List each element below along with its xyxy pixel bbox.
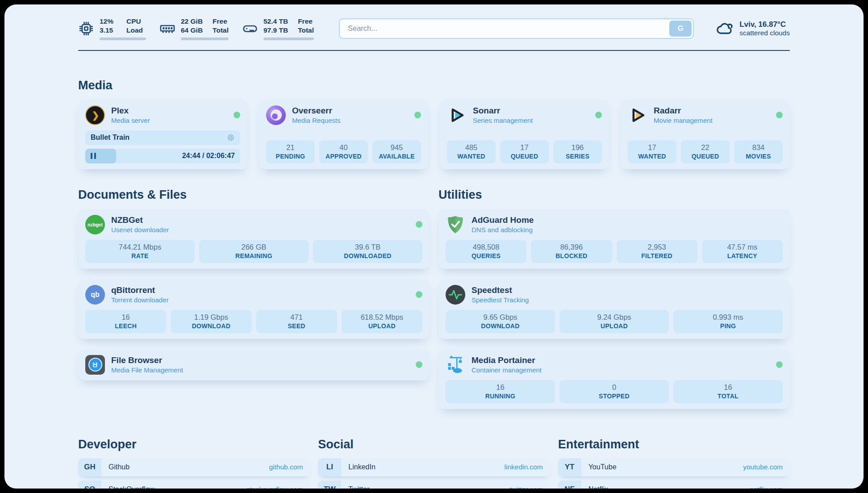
status-dot bbox=[595, 112, 602, 118]
stat-box: 945AVAILABLE bbox=[372, 140, 421, 163]
playback-time: 24:44 / 02:06:47 bbox=[182, 149, 235, 163]
stat-label: QUERIES bbox=[447, 252, 525, 259]
plex-icon: ❯ bbox=[85, 105, 105, 125]
memory-free-label: Free bbox=[213, 17, 229, 25]
stat-label: SEED bbox=[258, 322, 335, 330]
bookmark-group-developer: Developer GH Github github.com SO StackO… bbox=[78, 438, 310, 489]
adguard-icon bbox=[446, 215, 465, 234]
bookmark-name: Twitter bbox=[348, 485, 369, 489]
stat-box: 16LEECH bbox=[85, 310, 166, 333]
stat-value: 498,508 bbox=[447, 243, 525, 251]
service-card-qbittorrent[interactable]: qb qBittorrent Torrent downloader 16LEEC… bbox=[78, 279, 430, 339]
disk-free-label: Free bbox=[298, 17, 314, 25]
section-heading-entertainment: Entertainment bbox=[558, 438, 790, 451]
weather-widget: Lviv, 16.87°C scattered clouds bbox=[715, 19, 790, 38]
stat-box: 17QUEUED bbox=[500, 140, 549, 163]
stat-label: RUNNING bbox=[447, 393, 553, 400]
bookmark-url: stackoverflow.com bbox=[246, 485, 303, 489]
search-provider-button[interactable]: G bbox=[669, 21, 692, 37]
stat-box: 9.24 GbpsUPLOAD bbox=[559, 310, 669, 333]
stat-box: 0.993 msPING bbox=[673, 310, 783, 333]
service-card-adguard[interactable]: AdGuard Home DNS and adblocking 498,508Q… bbox=[438, 209, 790, 269]
stat-box: 1.19 GbpsDOWNLOAD bbox=[171, 310, 251, 333]
bookmark-group-entertainment: Entertainment YT YouTube youtube.com NF … bbox=[558, 438, 790, 489]
speedtest-icon bbox=[446, 285, 465, 305]
stat-label: FILTERED bbox=[618, 252, 696, 259]
stat-value: 16 bbox=[447, 383, 553, 392]
stat-box: 16TOTAL bbox=[673, 380, 783, 403]
bookmark-name: Netflix bbox=[588, 485, 608, 489]
service-card-portainer[interactable]: Media Portainer Container management 16R… bbox=[438, 349, 790, 409]
stat-value: 266 GB bbox=[201, 243, 307, 251]
bookmark-abbr: SO bbox=[78, 480, 101, 489]
stat-box: 618.52 MbpsUPLOAD bbox=[342, 310, 422, 333]
section-heading-social: Social bbox=[318, 438, 550, 451]
stat-label: WANTED bbox=[449, 153, 494, 160]
cpu-progress-bar bbox=[100, 38, 146, 40]
service-card-plex[interactable]: ❯ Plex Media server Bullet Train bbox=[78, 100, 247, 169]
stat-value: 16 bbox=[87, 313, 164, 322]
bookmark-name: StackOverflow bbox=[108, 485, 154, 489]
service-subtitle: Media Requests bbox=[292, 117, 340, 124]
stat-value: 744.21 Mbps bbox=[87, 243, 193, 251]
qbittorrent-icon: qb bbox=[85, 285, 105, 305]
status-dot bbox=[416, 221, 422, 228]
service-card-sonarr[interactable]: Sonarr Series management 485WANTED 17QUE… bbox=[440, 100, 609, 169]
stat-value: 1.19 Gbps bbox=[172, 313, 250, 322]
stat-box: 2,953FILTERED bbox=[617, 240, 697, 263]
section-heading-developer: Developer bbox=[78, 438, 310, 451]
stat-label: PENDING bbox=[268, 153, 313, 160]
stat-value: 17 bbox=[502, 143, 547, 152]
service-title: AdGuard Home bbox=[472, 215, 534, 225]
service-card-speedtest[interactable]: Speedtest Speedtest Tracking 9.65 GbpsDO… bbox=[438, 279, 790, 339]
stat-value: 471 bbox=[258, 313, 335, 322]
stat-box: 16RUNNING bbox=[446, 380, 555, 403]
section-heading-media: Media bbox=[78, 79, 790, 92]
stat-value: 22 bbox=[683, 143, 728, 152]
bookmark-url: netflix.com bbox=[750, 485, 783, 489]
bookmark-name: YouTube bbox=[588, 463, 617, 471]
bookmark-twitter[interactable]: TW Twitter twitter.com bbox=[318, 480, 550, 489]
bookmark-url: linkedin.com bbox=[505, 463, 543, 471]
stat-box: 834MOVIES bbox=[734, 140, 783, 163]
stat-box: 196SERIES bbox=[553, 140, 602, 163]
service-card-radarr[interactable]: Radarr Movie management 17WANTED 22QUEUE… bbox=[621, 100, 790, 169]
section-documents: Documents & Files nzbget NZBGet Usenet d… bbox=[78, 188, 430, 409]
section-heading-documents: Documents & Files bbox=[78, 188, 430, 202]
disk-widget: 52.4 TB Free 97.9 TB Total bbox=[242, 17, 314, 40]
bookmark-youtube[interactable]: YT YouTube youtube.com bbox=[558, 458, 790, 476]
stat-value: 47.57 ms bbox=[704, 243, 781, 251]
bookmark-github[interactable]: GH Github github.com bbox=[78, 458, 310, 476]
status-dot bbox=[416, 361, 422, 368]
stat-label: UPLOAD bbox=[561, 322, 667, 330]
bookmark-stackoverflow[interactable]: SO StackOverflow stackoverflow.com bbox=[78, 480, 310, 489]
sonarr-icon bbox=[447, 105, 467, 125]
service-card-overseerr[interactable]: Overseerr Media Requests 21PENDING 40APP… bbox=[259, 100, 428, 169]
stat-value: 16 bbox=[675, 383, 781, 392]
memory-free-value: 22 GiB bbox=[181, 17, 203, 25]
bookmark-abbr: YT bbox=[558, 458, 581, 476]
stat-box: 17WANTED bbox=[628, 140, 676, 163]
disk-progress-bar bbox=[263, 38, 314, 40]
resource-widgets: 12% CPU 3.15 Load 22 GiB Free 64 GiB Tot… bbox=[78, 17, 314, 40]
stat-value: 945 bbox=[374, 143, 419, 152]
search-input[interactable] bbox=[339, 18, 694, 39]
stat-value: 21 bbox=[268, 143, 313, 152]
service-card-nzbget[interactable]: nzbget NZBGet Usenet downloader 744.21 M… bbox=[78, 209, 430, 269]
stat-value: 0 bbox=[561, 383, 667, 392]
bookmark-netflix[interactable]: NF Netflix netflix.com bbox=[558, 480, 790, 489]
bookmark-url: youtube.com bbox=[743, 463, 783, 471]
service-subtitle: Torrent downloader bbox=[111, 296, 168, 304]
bookmark-linkedin[interactable]: LI LinkedIn linkedin.com bbox=[318, 458, 550, 476]
disk-free-value: 52.4 TB bbox=[263, 17, 288, 25]
service-title: Sonarr bbox=[473, 106, 533, 116]
stat-box: 744.21 MbpsRATE bbox=[85, 240, 195, 263]
stat-box: 266 GBREMAINING bbox=[199, 240, 309, 263]
bookmark-url: twitter.com bbox=[510, 485, 543, 489]
service-card-filebrowser[interactable]: File Browser Media File Management bbox=[78, 349, 430, 380]
stat-label: DOWNLOADED bbox=[315, 252, 421, 259]
service-subtitle: Movie management bbox=[654, 117, 713, 124]
section-media: Media ❯ Plex Media server Bullet Train bbox=[78, 79, 790, 169]
service-subtitle: Speedtest Tracking bbox=[472, 296, 529, 304]
bookmark-abbr: GH bbox=[78, 458, 101, 476]
